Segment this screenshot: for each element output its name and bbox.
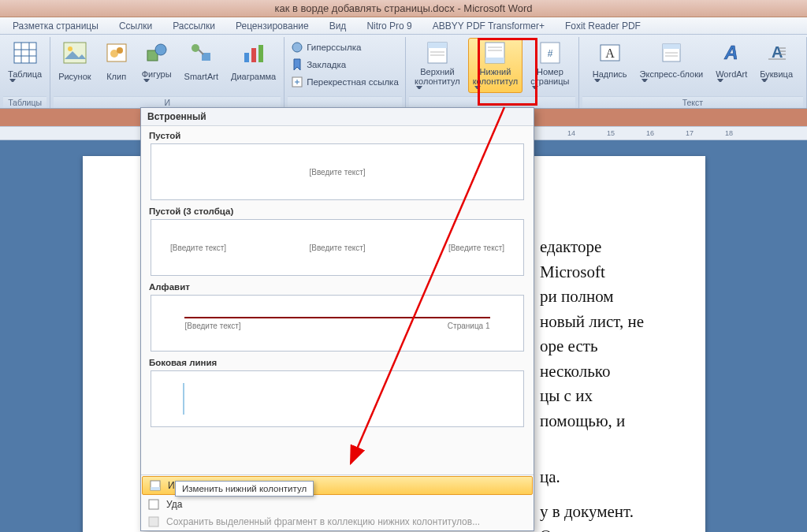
tab-foxit[interactable]: Foxit Reader PDF (562, 18, 644, 34)
svg-rect-0 (14, 43, 36, 63)
svg-text:A: A (605, 47, 615, 60)
pagenumber-button[interactable]: # Номер страницы (526, 38, 574, 93)
wordart-button[interactable]: A WordArt (711, 38, 752, 88)
gallery-header: Встроенный (141, 108, 534, 126)
footer-icon (482, 40, 508, 65)
gallery-item-title: Пустой (149, 129, 526, 143)
dropcap-icon: A (764, 40, 789, 65)
page-icon (149, 479, 162, 492)
picture-button[interactable]: Рисунок (54, 38, 96, 88)
chevron-down-icon (761, 79, 768, 84)
chevron-down-icon (143, 79, 150, 84)
header-button[interactable]: Верхний колонтитул (410, 38, 465, 93)
chevron-down-icon (416, 86, 422, 91)
gallery-item-title: Боковая линия (149, 356, 526, 370)
group-text-label: Текст (582, 96, 803, 108)
group-header-footer: Верхний колонтитул Нижний колонтитул # Н… (406, 37, 579, 108)
quickparts-button[interactable]: Экспресс-блоки (635, 38, 708, 88)
svg-rect-16 (258, 45, 263, 62)
chart-button[interactable]: Диаграмма (226, 38, 281, 88)
pagenumber-icon: # (537, 40, 563, 65)
table-label: Таблица (8, 69, 42, 79)
gallery-item-empty3[interactable]: Пустой (3 столбца) [Введите текст] [Введ… (149, 205, 526, 276)
ribbon: Таблица Таблицы Рисунок Клип Фигуры Smar… (0, 35, 807, 109)
picture-label: Рисунок (58, 67, 91, 86)
quickparts-label: Экспресс-блоки (640, 69, 704, 79)
footer-gallery-dropdown: Встроенный Пустой [Введите текст] Пустой… (140, 107, 534, 531)
gallery-item-sideline[interactable]: Боковая линия (149, 356, 526, 427)
gallery-scroll[interactable]: Пустой [Введите текст] Пустой (3 столбца… (141, 126, 534, 474)
doc-text-1: едакторе Microsoft ри полном новый лист,… (540, 235, 658, 433)
svg-point-6 (68, 47, 73, 51)
chevron-down-icon (717, 79, 723, 84)
svg-rect-24 (485, 58, 504, 63)
remove-footer-label: Уда (166, 499, 182, 510)
textbox-button[interactable]: A Надпись (588, 38, 632, 88)
crossref-button[interactable]: Перекрестная ссылка (288, 74, 402, 90)
header-label: Верхний колонтитул (415, 67, 460, 86)
save-to-gallery-menuitem: Сохранить выделенный фрагмент в коллекци… (141, 513, 534, 530)
dropcap-label: Буквица (760, 69, 793, 79)
bookmark-label: Закладка (307, 60, 346, 70)
svg-rect-5 (64, 43, 86, 63)
tab-nitro[interactable]: Nitro Pro 9 (363, 18, 415, 34)
group-text: A Надпись Экспресс-блоки A WordArt A Бук… (579, 37, 807, 108)
shapes-label: Фигуры (142, 69, 172, 79)
chevron-down-icon (9, 79, 16, 84)
table-button[interactable]: Таблица (3, 38, 46, 88)
ribbon-tabstrip: Разметка страницы Ссылки Рассылки Реценз… (0, 17, 807, 35)
crossref-label: Перекрестная ссылка (307, 77, 399, 87)
svg-rect-14 (244, 53, 249, 62)
group-illustrations-label: И (54, 96, 281, 108)
svg-rect-20 (428, 43, 447, 48)
tab-page-layout[interactable]: Разметка страницы (9, 18, 102, 34)
tab-mailings[interactable]: Рассылки (169, 18, 218, 34)
tooltip: Изменить нижний колонтитул (175, 481, 314, 497)
title-bar: как в ворде добавлять страницы.docx - Mi… (0, 0, 807, 17)
bookmark-button[interactable]: Закладка (288, 57, 349, 73)
crossref-icon (291, 76, 303, 88)
chevron-down-icon (474, 86, 481, 91)
textbox-icon: A (597, 40, 623, 65)
chart-icon (241, 40, 266, 65)
page-icon (147, 498, 160, 511)
svg-text:#: # (548, 48, 553, 59)
clip-button[interactable]: Клип (99, 38, 134, 88)
svg-text:A: A (772, 43, 783, 61)
svg-rect-43 (149, 500, 158, 509)
remove-footer-menuitem[interactable]: Уда (141, 496, 534, 513)
chevron-down-icon (532, 86, 538, 91)
hyperlink-button[interactable]: Гиперссылка (288, 39, 364, 55)
svg-point-12 (192, 44, 199, 52)
footer-label: Нижний колонтитул (473, 67, 519, 86)
svg-point-17 (292, 43, 302, 52)
wordart-icon: A (719, 40, 744, 65)
group-tables-label: Таблицы (3, 96, 46, 108)
wordart-label: WordArt (716, 69, 747, 79)
svg-rect-42 (151, 487, 160, 490)
shapes-button[interactable]: Фигуры (137, 38, 177, 88)
dropcap-button[interactable]: A Буквица (755, 38, 798, 88)
footer-button[interactable]: Нижний колонтитул (468, 38, 523, 93)
group-tables: Таблица Таблицы (0, 37, 50, 108)
tab-abbyy[interactable]: ABBYY PDF Transformer+ (430, 18, 548, 34)
gallery-preview: [Введите текст] [Введите текст] [Введите… (151, 219, 524, 276)
svg-rect-44 (149, 517, 158, 526)
gallery-item-empty[interactable]: Пустой [Введите текст] (149, 129, 526, 200)
gallery-preview: [Введите текст] (151, 143, 524, 200)
group-illustrations: Рисунок Клип Фигуры SmartArt Диаграмма И (50, 37, 284, 108)
tab-view[interactable]: Вид (326, 18, 350, 34)
tab-references[interactable]: Ссылки (116, 18, 155, 34)
chevron-down-icon (642, 79, 648, 84)
gallery-item-title: Алфавит (149, 281, 526, 295)
save-to-gallery-label: Сохранить выделенный фрагмент в коллекци… (166, 516, 480, 527)
chart-label: Диаграмма (231, 67, 276, 86)
group-links: Гиперссылка Закладка Перекрестная ссылка (284, 37, 406, 108)
tab-review[interactable]: Рецензирование (232, 18, 312, 34)
gallery-item-alphabet[interactable]: Алфавит [Введите текст]Страница 1 (149, 281, 526, 352)
smartart-button[interactable]: SmartArt (180, 38, 223, 88)
save-icon (147, 515, 160, 528)
svg-point-11 (155, 44, 166, 55)
header-icon (425, 40, 450, 65)
hyperlink-label: Гиперссылка (307, 43, 361, 53)
